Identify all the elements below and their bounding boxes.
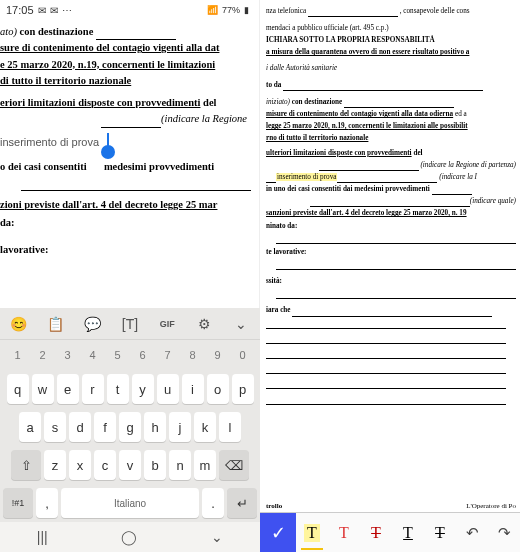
key-a[interactable]: a [19,412,41,442]
status-bar: 17:05 ✉ ✉ ⋯ 📶 77% ▮ [0,0,259,20]
key-backspace[interactable]: ⌫ [219,450,249,480]
key-p[interactable]: p [232,374,254,404]
doc-line: ICHIARA SOTTO LA PROPRIA RESPONSABILITÀ [266,35,516,46]
key-space[interactable]: Italiano [61,488,199,518]
key-x[interactable]: x [69,450,91,480]
document-view-left[interactable]: ato) con destinazione sure di contenimen… [0,20,259,288]
input-value: inserimento di prova [0,132,99,153]
key-shift[interactable]: ⇧ [11,450,41,480]
undo-button[interactable]: ↶ [456,513,488,552]
key-r[interactable]: r [82,374,104,404]
key-s[interactable]: s [44,412,66,442]
emoji-icon[interactable]: 😊 [7,312,31,336]
gif-icon[interactable]: GIF [155,312,179,336]
format-toolbar: ✓ T T T T T ↶ ↷ [260,512,520,552]
footer-left: trollo [266,502,282,510]
soft-keyboard: 😊 📋 💬 [T] GIF ⚙ ⌄ 1 2 3 4 5 6 7 8 9 0 [0,308,260,552]
document-view-right[interactable]: nza telefonica , consapevole delle cons … [260,0,520,502]
key-c[interactable]: c [94,450,116,480]
key-q[interactable]: q [7,374,29,404]
doc-line: da: [0,215,251,231]
doc-line: mendaci a pubblico ufficiale (art. 495 c… [266,23,516,34]
key-e[interactable]: e [57,374,79,404]
key-k[interactable]: k [194,412,216,442]
doc-line: lavorative: [0,242,251,258]
key-6[interactable]: 6 [132,344,154,366]
key-m[interactable]: m [194,450,216,480]
nav-recent[interactable]: ||| [37,529,48,545]
key-comma[interactable]: , [36,488,58,518]
phone-screen-left: 17:05 ✉ ✉ ⋯ 📶 77% ▮ ato) con destinazion… [0,0,260,552]
nav-back[interactable]: ⌄ [211,529,223,545]
key-n[interactable]: n [169,450,191,480]
doc-line: ssità: [266,276,516,287]
underline-button[interactable]: T [392,513,424,552]
key-i[interactable]: i [182,374,204,404]
key-period[interactable]: . [202,488,224,518]
key-z[interactable]: z [44,450,66,480]
text-cursor-handle[interactable] [101,145,115,159]
key-4[interactable]: 4 [82,344,104,366]
squiggly-button[interactable]: T [424,513,456,552]
doc-line: di tutto il territorio nazionale [0,73,251,89]
footer-right: L'Operatore di Po [466,502,516,510]
status-more-icon: ⋯ [62,5,72,16]
status-mail-icon-2: ✉ [50,5,58,16]
key-j[interactable]: j [169,412,191,442]
status-time: 17:05 [6,4,34,16]
clipboard-icon[interactable]: 📋 [44,312,68,336]
key-w[interactable]: w [32,374,54,404]
doc-line: sure di contenimento del contagio vigent… [0,40,251,56]
nav-bar: ||| ◯ ⌄ [0,522,260,552]
doc-line: zioni previste dall'art. 4 del decreto l… [0,197,251,213]
keyboard-toolbar: 😊 📋 💬 [T] GIF ⚙ ⌄ [0,308,260,340]
key-b[interactable]: b [144,450,166,480]
sticker-icon[interactable]: 💬 [81,312,105,336]
redo-button[interactable]: ↷ [488,513,520,552]
key-t[interactable]: t [107,374,129,404]
highlighted-text: inserimento di prova [276,173,337,181]
key-f[interactable]: f [94,412,116,442]
status-signal-icon: 📶 [207,5,218,15]
key-h[interactable]: h [144,412,166,442]
doc-line: te lavorative: [266,247,516,258]
key-3[interactable]: 3 [57,344,79,366]
phone-screen-right: nza telefonica , consapevole delle cons … [260,0,520,552]
text-icon[interactable]: [T] [118,312,142,336]
key-2[interactable]: 2 [32,344,54,366]
settings-icon[interactable]: ⚙ [192,312,216,336]
key-symbols[interactable]: !#1 [3,488,33,518]
key-u[interactable]: u [157,374,179,404]
status-battery-pct: 77% [222,5,240,15]
key-9[interactable]: 9 [207,344,229,366]
doc-footer: trollo L'Operatore di Po [260,502,520,512]
text-input-field[interactable]: inserimento di prova [0,132,251,153]
key-o[interactable]: o [207,374,229,404]
key-l[interactable]: l [219,412,241,442]
key-8[interactable]: 8 [182,344,204,366]
collapse-icon[interactable]: ⌄ [229,312,253,336]
status-battery-icon: ▮ [244,5,249,15]
key-d[interactable]: d [69,412,91,442]
doc-line: i dalle Autorità sanitarie [266,63,516,74]
key-1[interactable]: 1 [7,344,29,366]
key-g[interactable]: g [119,412,141,442]
key-v[interactable]: v [119,450,141,480]
doc-line: rno di tutto il territorio nazionale [266,133,516,144]
confirm-button[interactable]: ✓ [260,513,296,552]
doc-line: ninato da: [266,221,516,232]
nav-home[interactable]: ◯ [121,529,137,545]
key-enter[interactable]: ↵ [227,488,257,518]
key-7[interactable]: 7 [157,344,179,366]
key-5[interactable]: 5 [107,344,129,366]
key-0[interactable]: 0 [232,344,254,366]
strikethrough-button[interactable]: T [360,513,392,552]
text-color-button[interactable]: T [328,513,360,552]
highlight-button[interactable]: T [296,513,328,552]
doc-line: a misura della quarantena ovvero di non … [266,47,516,58]
key-y[interactable]: y [132,374,154,404]
status-mail-icon: ✉ [38,5,46,16]
